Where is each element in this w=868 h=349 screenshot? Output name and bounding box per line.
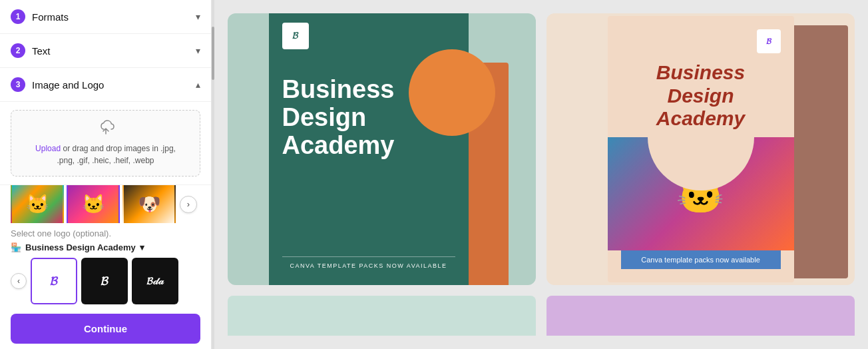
logo-optional-text: (optional).	[73, 228, 111, 238]
upload-box[interactable]: Upload or drag and drop images in .jpg,.…	[11, 110, 200, 176]
formats-label: Formats	[32, 11, 69, 23]
card2-logo-mark: 𝓑	[757, 29, 781, 53]
sidebar-item-formats[interactable]: 1 Formats ▾	[0, 0, 211, 34]
cat-image-2: 🐱	[68, 185, 118, 223]
step-badge-1: 1	[11, 9, 25, 24]
image-thumb-2[interactable]: 🐱	[67, 185, 120, 223]
dog-image-3: 🐶	[124, 185, 174, 223]
image-thumbnails-row: 🐱 🐱 🐶 ›	[0, 185, 211, 223]
formats-chevron: ▾	[196, 11, 200, 22]
logo-thumb-2[interactable]: 𝓑	[81, 258, 128, 304]
image-logo-chevron: ▴	[196, 79, 200, 90]
card2-title: Business Design Academy	[621, 61, 781, 131]
sidebar-scrollbar[interactable]	[212, 0, 214, 349]
brand-store-icon: 🏪	[11, 242, 21, 252]
image-thumb-1[interactable]: 🐱	[11, 185, 64, 223]
preview-card-2[interactable]: 𝓑 Business Design Academy 🐱 Canva templa…	[546, 13, 855, 285]
card1-main-panel: 𝓑 Business Design Academy CANVA TEMPLATE…	[269, 13, 469, 285]
sidebar-item-text[interactable]: 2 Text ▾	[0, 34, 211, 68]
preview-card-bottom-1[interactable]	[228, 296, 536, 336]
sidebar-item-image-logo[interactable]: 3 Image and Logo ▴	[0, 68, 211, 102]
continue-button[interactable]: Continue	[11, 314, 200, 344]
logo-prev-button[interactable]: ‹	[11, 273, 27, 289]
logo-section-label: Select one logo (optional).	[11, 228, 200, 238]
logo-thumbnails-row: ‹ 𝓑 𝓑 𝓑𝒹𝒶	[11, 258, 200, 304]
step-badge-2: 2	[11, 43, 25, 58]
upload-link[interactable]: Upload	[35, 144, 61, 153]
preview-card-bottom-2[interactable]	[546, 296, 855, 336]
preview-card-1[interactable]: 𝓑 Business Design Academy CANVA TEMPLATE…	[228, 13, 536, 285]
upload-cloud-icon	[97, 120, 115, 139]
thumbnails-next-button[interactable]: ›	[180, 196, 197, 213]
logo-brand-selector[interactable]: 🏪 Business Design Academy ▾	[11, 242, 200, 252]
image-logo-label: Image and Logo	[32, 79, 104, 91]
step-image-left: 3 Image and Logo	[11, 77, 104, 92]
card1-subtitle: CANVA TEMPLATE PACKS NOW AVAILABLE	[282, 256, 455, 269]
brand-chevron-icon: ▾	[140, 242, 144, 252]
text-chevron: ▾	[196, 45, 200, 56]
image-thumb-3[interactable]: 🐶	[122, 185, 176, 223]
scrollbar-thumb	[212, 27, 214, 80]
text-label: Text	[32, 45, 51, 57]
main-content: 𝓑 Business Design Academy CANVA TEMPLATE…	[214, 0, 868, 349]
logo-script-3: 𝓑𝒹𝒶	[146, 276, 164, 287]
cat-image-1: 🐱	[12, 185, 63, 223]
brand-name: Business Design Academy	[25, 242, 136, 252]
card2-main-panel: 𝓑 Business Design Academy 🐱 Canva templa…	[608, 16, 794, 282]
upload-section: Upload or drag and drop images in .jpg,.…	[0, 102, 211, 185]
logo-thumb-3[interactable]: 𝓑𝒹𝒶	[132, 258, 178, 304]
step-text-left: 2 Text	[11, 43, 51, 58]
logo-thumb-1[interactable]: 𝓑	[31, 258, 77, 304]
card2-image-area: 🐱	[608, 137, 794, 251]
card2-banner: Canva template packs now available	[621, 250, 781, 269]
card1-title: Business Design Academy	[282, 76, 455, 159]
logo-script-2: 𝓑	[101, 274, 108, 288]
logo-section: Select one logo (optional). 🏪 Business D…	[0, 223, 211, 307]
card1-logo-mark: 𝓑	[282, 23, 309, 49]
step-formats-left: 1 Formats	[11, 9, 69, 24]
card1-composition: 𝓑 Business Design Academy CANVA TEMPLATE…	[269, 13, 495, 285]
step-badge-3: 3	[11, 77, 25, 92]
sidebar: 1 Formats ▾ 2 Text ▾ 3 Image and Logo ▴	[0, 0, 212, 349]
logo-script-1: 𝓑	[50, 274, 58, 288]
upload-instruction: or drag and drop images in .jpg,.png, .g…	[57, 144, 175, 165]
upload-description: Upload or drag and drop images in .jpg,.…	[35, 143, 176, 167]
